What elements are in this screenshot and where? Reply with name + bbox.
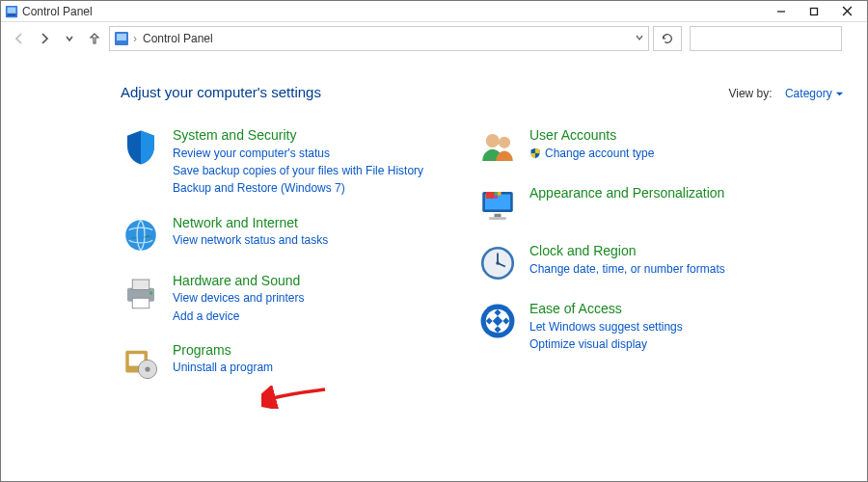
svg-point-18: [486, 134, 500, 147]
refresh-icon: [661, 32, 674, 45]
control-panel-window: Control Panel: [0, 0, 868, 482]
category-link[interactable]: Change date, time, or number formats: [529, 261, 725, 278]
category-title[interactable]: User Accounts: [529, 127, 654, 145]
svg-rect-2: [8, 13, 16, 15]
address-bar[interactable]: › Control Panel: [109, 26, 649, 51]
chevron-down-icon: [635, 33, 644, 42]
category-link[interactable]: Let Windows suggest settings: [529, 319, 683, 335]
svg-rect-1: [8, 7, 16, 13]
view-by-control: View by: Category: [728, 87, 844, 100]
back-button[interactable]: [9, 28, 30, 49]
page-heading: Adjust your computer's settings: [121, 84, 321, 100]
svg-rect-4: [811, 8, 818, 14]
left-column: System and Security Review your computer…: [121, 127, 448, 383]
back-icon: [12, 31, 27, 46]
svg-rect-27: [489, 217, 506, 220]
minimize-button[interactable]: [765, 2, 798, 21]
refresh-button[interactable]: [653, 26, 682, 51]
category-title[interactable]: Clock and Region: [529, 243, 725, 260]
forward-icon: [37, 31, 52, 46]
svg-rect-24: [498, 192, 502, 196]
category-hardware: Hardware and Sound View devices and prin…: [121, 273, 448, 325]
up-button[interactable]: [84, 28, 105, 49]
window-controls: [765, 2, 863, 21]
svg-point-9: [125, 220, 156, 251]
programs-icon: [121, 342, 161, 383]
category-title[interactable]: System and Security: [173, 127, 423, 145]
category-link[interactable]: Add a device: [173, 308, 305, 325]
category-link[interactable]: Change account type: [545, 146, 654, 162]
category-system-security: System and Security Review your computer…: [121, 127, 448, 198]
category-user-accounts: User Accounts Change account type: [477, 127, 825, 168]
uac-shield-icon: [529, 147, 541, 159]
svg-point-19: [499, 137, 510, 148]
titlebar: Control Panel: [1, 1, 867, 22]
category-title[interactable]: Appearance and Personalization: [529, 185, 724, 202]
heading-row: Adjust your computer's settings View by:…: [121, 84, 844, 100]
address-dropdown[interactable]: [635, 32, 644, 45]
window-title: Control Panel: [22, 5, 93, 18]
minimize-icon: [776, 7, 786, 16]
maximize-button[interactable]: [798, 2, 830, 21]
category-title[interactable]: Hardware and Sound: [173, 273, 305, 290]
close-icon: [842, 6, 853, 16]
close-button[interactable]: [830, 2, 863, 21]
svg-point-13: [149, 291, 153, 295]
control-panel-icon: [114, 31, 129, 46]
svg-rect-22: [486, 192, 495, 199]
breadcrumb-separator: ›: [133, 32, 137, 45]
content-area: Adjust your computer's settings View by:…: [1, 61, 867, 481]
svg-rect-12: [132, 298, 149, 308]
category-title[interactable]: Ease of Access: [529, 301, 683, 318]
category-link[interactable]: Uninstall a program: [173, 360, 273, 376]
category-link[interactable]: Save backup copies of your files with Fi…: [173, 163, 423, 179]
category-network: Network and Internet View network status…: [121, 215, 448, 255]
svg-rect-25: [495, 196, 499, 200]
up-icon: [87, 31, 102, 46]
svg-rect-11: [132, 280, 149, 290]
monitor-icon: [477, 185, 518, 226]
control-panel-icon: [5, 5, 18, 18]
chevron-down-icon: [65, 34, 74, 43]
right-column: User Accounts Change account type: [477, 127, 825, 383]
annotation-arrow: [261, 386, 329, 409]
category-ease-of-access: Ease of Access Let Windows suggest setti…: [477, 301, 825, 353]
view-by-dropdown[interactable]: Category: [785, 87, 844, 100]
category-title[interactable]: Network and Internet: [173, 215, 328, 232]
category-link[interactable]: Review your computer's status: [173, 146, 423, 162]
printer-icon: [121, 273, 161, 313]
category-link[interactable]: View network status and tasks: [173, 232, 328, 249]
svg-point-31: [496, 261, 500, 265]
svg-point-17: [145, 366, 149, 371]
users-icon: [477, 127, 518, 168]
breadcrumb-root[interactable]: Control Panel: [141, 32, 215, 45]
svg-rect-23: [495, 192, 499, 196]
globe-icon: [121, 215, 161, 255]
chevron-down-icon: [835, 90, 844, 98]
recent-locations-button[interactable]: [59, 28, 80, 49]
category-programs: Programs Uninstall a program: [121, 342, 448, 383]
forward-button[interactable]: [34, 28, 55, 49]
category-title[interactable]: Programs: [173, 342, 273, 360]
search-input[interactable]: [690, 26, 842, 51]
category-link[interactable]: View devices and printers: [173, 290, 305, 307]
category-link[interactable]: Backup and Restore (Windows 7): [173, 180, 423, 197]
category-appearance: Appearance and Personalization: [477, 185, 825, 226]
category-clock-region: Clock and Region Change date, time, or n…: [477, 243, 825, 283]
maximize-icon: [809, 7, 819, 16]
svg-rect-8: [117, 34, 126, 40]
nav-row: › Control Panel: [1, 22, 867, 55]
svg-rect-26: [495, 214, 502, 218]
view-by-label: View by:: [728, 87, 772, 100]
clock-icon: [477, 243, 518, 283]
category-grid: System and Security Review your computer…: [121, 127, 844, 383]
view-by-value: Category: [785, 87, 832, 100]
shield-icon: [121, 127, 161, 168]
ease-of-access-icon: [477, 301, 518, 341]
category-link[interactable]: Optimize visual display: [529, 336, 683, 353]
